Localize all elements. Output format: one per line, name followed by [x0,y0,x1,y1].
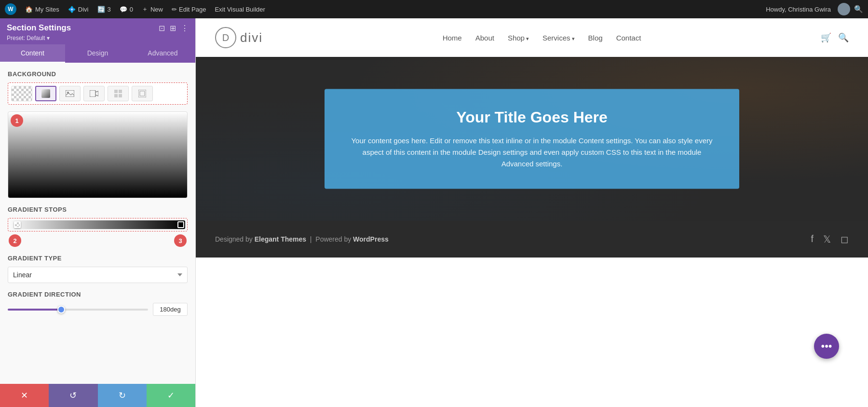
new-item[interactable]: ＋ New [142,5,163,14]
mask-icon [138,90,146,97]
bg-type-mask[interactable] [132,86,153,101]
panel-title: Section Settings [7,23,71,33]
pattern-icon [114,90,122,97]
edit-page-button[interactable]: ✏ Edit Page [172,6,206,13]
nav-shop[interactable]: Shop [508,34,529,42]
site-logo: D divi [215,27,263,48]
section-settings-panel: Section Settings ⊡ ⊞ ⋮ Preset: Default ▾… [0,18,196,407]
tab-content[interactable]: Content [0,44,65,63]
divi-icon: 💠 [68,6,76,13]
admin-bar-left: W 🏠 My Sites 💠 Divi 🔄 3 💬 0 ＋ New ✏ Edit… [5,3,766,15]
undo-button[interactable]: ↺ [49,384,97,407]
slider-thumb[interactable] [57,306,65,313]
gradient-stops-bar-wrapper [8,218,188,231]
divi-item[interactable]: 💠 Divi [68,6,89,13]
gradient-direction-slider[interactable] [8,305,148,314]
video-icon [90,90,98,97]
nav-about[interactable]: About [475,34,494,42]
panel-header-icons: ⊡ ⊞ ⋮ [159,24,189,33]
gradient-direction-row: 180deg [8,303,188,316]
background-section: Background [8,70,188,198]
gradient-stops-label: Gradient Stops [8,206,188,213]
facebook-icon[interactable]: f [811,233,814,245]
panel-header: Section Settings ⊡ ⊞ ⋮ Preset: Default ▾ [0,18,195,44]
collapse-icon[interactable]: ⊡ [159,24,165,33]
gradient-stop-right[interactable] [177,221,184,228]
cart-icon[interactable]: 🛒 [821,32,831,43]
wp-logo-item[interactable]: W [5,3,16,15]
bg-type-none[interactable] [11,86,32,101]
comments-item[interactable]: 💬 0 [120,6,133,13]
gradient-badge-1[interactable]: 1 [11,114,23,127]
comments-icon: 💬 [120,6,127,13]
gradient-preview-canvas[interactable] [8,111,188,198]
nav-blog[interactable]: Blog [588,34,603,42]
nav-home[interactable]: Home [443,34,462,42]
gradient-type-select[interactable]: Linear Radial Conic [8,267,188,283]
instagram-icon[interactable]: ◻ [841,233,849,245]
stop-badges-row: 2 3 [8,234,188,247]
gradient-type-label: Gradient Type [8,255,188,262]
bg-type-color[interactable] [35,86,56,101]
redo-button[interactable]: ↻ [98,384,147,407]
footer-elegant-themes: Elegant Themes [255,235,306,243]
save-button[interactable]: ✓ [147,384,195,407]
nav-search-icon[interactable]: 🔍 [838,32,849,43]
save-icon: ✓ [167,390,175,401]
revisions-icon: 🔄 [97,6,105,13]
gradient-stops-section: Gradient Stops 2 3 [8,206,188,247]
user-avatar [838,3,850,15]
edit-icon: ✏ [172,6,177,13]
exit-visual-builder-button[interactable]: Exit Visual Builder [215,6,265,13]
tab-design[interactable]: Design [65,44,130,63]
logo-circle: D [215,27,236,48]
svg-rect-7 [119,94,122,97]
gradient-direction-label: Gradient Direction [8,291,188,298]
more-options-icon[interactable]: ⋮ [181,24,189,33]
cancel-icon: ✕ [21,390,28,401]
svg-rect-9 [140,91,145,96]
bg-type-image[interactable] [59,86,81,101]
revisions-item[interactable]: 🔄 3 [97,6,111,13]
cancel-button[interactable]: ✕ [0,384,49,407]
my-sites-item[interactable]: 🏠 My Sites [25,6,59,13]
exit-builder-label: Exit Visual Builder [215,6,265,13]
image-icon [66,90,74,97]
panel-tabs: Content Design Advanced [0,44,195,63]
svg-rect-8 [138,90,146,97]
gradient-stop-badge-3[interactable]: 3 [174,234,187,247]
undo-icon: ↺ [69,390,77,401]
footer-wordpress: WordPress [353,235,389,243]
logo-letter: D [222,32,229,43]
my-sites-icon: 🏠 [25,6,33,13]
slider-fill [8,309,64,311]
howdy-text: Howdy, Christina Gwira [766,6,831,13]
floating-action-button[interactable]: ••• [814,334,839,359]
main-area: Section Settings ⊡ ⊞ ⋮ Preset: Default ▾… [0,18,868,407]
twitter-icon[interactable]: 𝕏 [823,233,831,245]
bg-type-video[interactable] [83,86,105,101]
divi-label: Divi [78,6,89,13]
gradient-type-section: Gradient Type Linear Radial Conic [8,255,188,283]
gradient-stop-left[interactable] [14,221,21,228]
site-navigation: D divi Home About Shop Services Blog Con… [196,18,868,57]
svg-rect-0 [41,89,50,98]
svg-rect-4 [114,90,118,93]
tab-advanced[interactable]: Advanced [130,44,195,63]
my-sites-label: My Sites [35,6,59,13]
expand-icon[interactable]: ⊞ [170,24,176,33]
gradient-stops-bar[interactable] [10,220,185,229]
search-icon[interactable]: 🔍 [854,5,863,14]
bg-type-row [8,82,188,105]
gradient-direction-input[interactable]: 180deg [153,303,188,316]
hero-body: Your content goes here. Edit or remove t… [349,135,715,170]
new-icon: ＋ [142,5,148,14]
gradient-stop-badge-2[interactable]: 2 [9,234,21,247]
bg-type-pattern[interactable] [108,86,129,101]
nav-services[interactable]: Services [542,34,575,42]
preset-selector[interactable]: Preset: Default ▾ [7,35,189,41]
preset-label: Preset: Default [7,35,45,41]
comments-count: 0 [130,6,133,13]
nav-contact[interactable]: Contact [616,34,641,42]
nav-links: Home About Shop Services Blog Contact [443,34,641,42]
